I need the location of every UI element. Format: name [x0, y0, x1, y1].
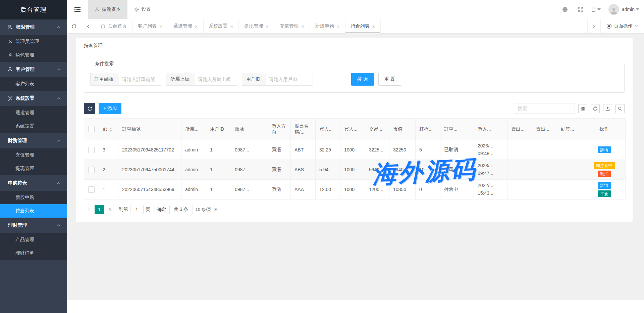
confirm-page-button[interactable]: 确定	[154, 205, 170, 214]
content-area: 持倉管理 条件搜索 訂單編號: 所屬上級:	[67, 34, 644, 300]
tab-holdings-list[interactable]: 持倉列表×	[345, 19, 381, 33]
parent-agent-input[interactable]	[195, 73, 237, 85]
close-icon[interactable]: ×	[195, 24, 198, 29]
cell-trade-amount: 3225...	[365, 140, 389, 160]
cell-buy-qty: 1000	[340, 160, 365, 180]
avatar[interactable]	[608, 4, 619, 15]
scroll-tabs-right-icon[interactable]	[587, 19, 601, 33]
sidebar-item-role-management[interactable]: 角色管理	[0, 48, 67, 62]
row-checkbox[interactable]	[88, 167, 95, 173]
cell-sell-price	[507, 160, 532, 180]
sidebar-item-label: 持倉列表	[15, 208, 34, 214]
sidebar-item-withdraw-management[interactable]: 提现管理	[0, 162, 67, 175]
sidebar-item-recharge-management[interactable]: 充值管理	[0, 148, 67, 162]
user-icon	[8, 39, 13, 44]
transfer-holding-button[interactable]: 轉持倉中	[594, 162, 615, 169]
sidebar-group-permissions[interactable]: 权限管理	[0, 19, 67, 35]
close-icon[interactable]: ×	[337, 24, 340, 29]
cell-order-no: 20230517094750061744	[118, 160, 181, 180]
tab-recharge-management[interactable]: 充值管理×	[274, 19, 310, 33]
cell-stock: ABS	[291, 160, 316, 180]
sidebar-item-holdings-list[interactable]: 持倉列表	[0, 204, 67, 218]
prev-page-icon[interactable]	[84, 205, 93, 214]
tab-withdraw-management[interactable]: 提现管理×	[239, 19, 274, 33]
language-globe-icon[interactable]	[557, 0, 573, 19]
search-magnifier-icon[interactable]	[615, 104, 625, 113]
add-button[interactable]: + 添加	[99, 103, 121, 114]
cell-parent: admin	[181, 160, 206, 180]
tab-label: 充值管理	[280, 23, 299, 29]
close-icon[interactable]: ×	[266, 24, 269, 29]
top-header: 振翰资本 设置	[67, 0, 644, 19]
close-position-button[interactable]: 平倉	[598, 190, 611, 197]
sidebar-collapse-icon[interactable]	[67, 0, 88, 19]
user-menu[interactable]: admin	[622, 7, 639, 12]
cell-sell-time	[532, 140, 557, 160]
sidebar-group-customers[interactable]: 客户管理	[0, 62, 67, 77]
sidebar-item-label: 客户列表	[15, 81, 34, 87]
export-icon[interactable]	[603, 104, 612, 113]
jump-prefix-label: 到第	[119, 207, 128, 213]
next-page-icon[interactable]	[105, 205, 115, 214]
page-jump-input[interactable]	[130, 205, 144, 214]
detail-button[interactable]: 詳情	[598, 146, 611, 153]
columns-filter-icon[interactable]	[578, 104, 587, 113]
tab-system-settings[interactable]: 系统設置×	[204, 19, 239, 33]
page-operations-dropdown[interactable]: 页面操作	[601, 19, 644, 33]
sidebar-item-product-management[interactable]: 产品管理	[0, 233, 67, 247]
sidebar-item-wealth-orders[interactable]: 理财订单	[0, 247, 67, 260]
select-all-checkbox[interactable]	[88, 126, 95, 132]
row-checkbox[interactable]	[88, 186, 95, 193]
tab-customer-list[interactable]: 客户列表×	[132, 19, 168, 33]
sidebar-group-system-settings[interactable]: 系统設置	[0, 91, 67, 106]
sidebar-item-ipo-subscription[interactable]: 新股申购	[0, 191, 67, 204]
cell-sell-price	[507, 180, 532, 199]
tab-label: 后台首页	[108, 23, 127, 29]
reset-button[interactable]: 重 置	[378, 73, 401, 86]
chevron-down-icon	[214, 209, 217, 211]
refresh-table-button[interactable]	[84, 103, 95, 114]
sidebar-item-channel-management[interactable]: 通道管理	[0, 106, 67, 120]
tab-channel-management[interactable]: 通道管理×	[168, 19, 204, 33]
user-id-input[interactable]	[266, 73, 313, 85]
detail-button[interactable]: 詳情	[598, 182, 611, 189]
print-icon[interactable]	[591, 104, 600, 113]
fullscreen-icon[interactable]	[573, 0, 588, 19]
sidebar-item-label: 管理员管理	[15, 39, 39, 45]
workspace-tab-settings[interactable]: 设置	[127, 0, 158, 19]
clear-cache-trash-icon[interactable]	[588, 0, 604, 19]
scroll-tabs-left-icon[interactable]	[81, 19, 95, 33]
tab-ipo-subscription[interactable]: 新股申购×	[310, 19, 345, 33]
sidebar-item-admin-management[interactable]: 管理员管理	[0, 35, 67, 48]
cell-leverage: 0	[416, 180, 440, 199]
cell-settlement	[557, 180, 583, 199]
chevron-down-icon	[635, 25, 638, 28]
cell-sell-time	[532, 160, 557, 180]
sidebar-item-label: 角色管理	[15, 52, 34, 58]
sidebar-group-subscription-holdings[interactable]: 申购持仓	[0, 175, 67, 191]
page-size-select[interactable]: 10 条/页	[193, 205, 221, 214]
sidebar-item-system-settings[interactable]: 系统設置	[0, 120, 67, 133]
table-search-input[interactable]	[514, 103, 575, 114]
row-checkbox[interactable]	[88, 147, 95, 153]
sidebar-group-wealth[interactable]: 理财管理	[0, 218, 67, 233]
col-id[interactable]: ID	[99, 119, 118, 140]
cell-user-id: 1	[206, 140, 231, 160]
username-label: admin	[622, 7, 635, 12]
close-icon[interactable]: ×	[372, 24, 375, 29]
sidebar-item-customer-list[interactable]: 客户列表	[0, 77, 67, 91]
cell-buy-time: 2022/...15:43...	[474, 180, 507, 199]
close-icon[interactable]: ×	[230, 24, 233, 29]
current-page[interactable]: 1	[95, 205, 104, 214]
close-icon[interactable]: ×	[301, 24, 304, 29]
search-button[interactable]: 搜 索	[351, 73, 374, 86]
tab-label: 持倉列表	[351, 23, 370, 29]
order-no-input[interactable]	[119, 73, 161, 85]
sort-icon[interactable]	[109, 128, 112, 132]
tab-home[interactable]: 后台首页	[95, 19, 132, 33]
refresh-tabs-icon[interactable]	[67, 19, 81, 33]
close-icon[interactable]: ×	[159, 24, 162, 29]
cancel-button[interactable]: 取消	[598, 171, 611, 177]
sidebar-group-finance[interactable]: 財務管理	[0, 133, 67, 148]
workspace-tab-company[interactable]: 振翰资本	[88, 0, 127, 19]
